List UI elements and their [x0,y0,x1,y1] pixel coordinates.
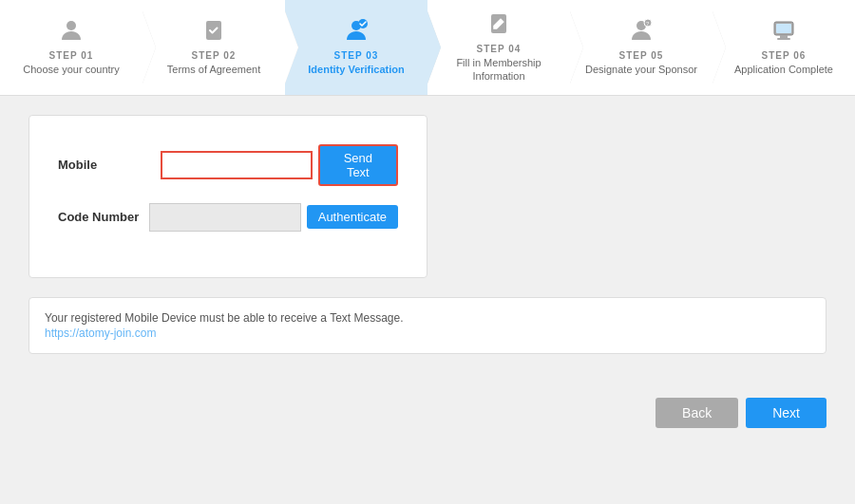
form-card: Mobile Send Text Code Number Authenticat… [28,115,428,278]
step01-icon [59,18,84,47]
authenticate-button[interactable]: Authenticate [307,205,398,229]
info-message: Your registered Mobile Device must be ab… [45,311,810,325]
step-item-01[interactable]: STEP 01 Choose your country [0,0,142,95]
step06-icon [771,18,796,47]
step01-label: Choose your country [23,63,120,76]
step-item-02[interactable]: STEP 02 Terms of Agreement [142,0,285,95]
svg-point-0 [66,21,76,30]
step03-number: STEP 03 [334,50,379,61]
mobile-input[interactable] [161,151,313,179]
step05-label: Designate your Sponsor [585,63,697,76]
step-item-03[interactable]: STEP 03 Identity Verification [285,0,428,95]
code-row: Code Number Authenticate [58,203,398,232]
main-content: Mobile Send Text Code Number Authenticat… [0,96,855,388]
mobile-row: Mobile Send Text [58,144,398,186]
step05-number: STEP 05 [619,50,664,61]
step05-icon: ? [629,18,654,47]
send-text-button[interactable]: Send Text [318,144,398,186]
code-input[interactable] [149,203,301,232]
mobile-label: Mobile [58,158,161,172]
next-button[interactable]: Next [746,398,826,428]
step06-label: Application Complete [734,63,833,76]
step03-icon [344,18,369,47]
step-bar: STEP 01 Choose your country STEP 02 Term… [0,0,855,96]
step02-number: STEP 02 [192,50,237,61]
step-item-05[interactable]: ? STEP 05 Designate your Sponsor [570,0,712,95]
watermark: https://atomy-join.com [45,327,810,340]
back-button[interactable]: Back [656,398,738,428]
bottom-bar: Back Next [0,388,855,438]
step04-icon [486,11,511,40]
step02-label: Terms of Agreement [167,63,260,76]
step04-label: Fill in Membership Information [431,56,566,84]
step02-icon [201,18,226,47]
code-label: Code Number [58,210,149,224]
step-item-06[interactable]: STEP 06 Application Complete [712,0,855,95]
step04-number: STEP 04 [477,44,522,54]
svg-rect-10 [780,35,788,38]
svg-rect-12 [776,24,791,33]
step03-label: Identity Verification [308,63,404,76]
svg-rect-11 [777,38,790,40]
info-bar: Your registered Mobile Device must be ab… [28,297,826,354]
step-item-04[interactable]: STEP 04 Fill in Membership Information [428,0,570,95]
step01-number: STEP 01 [49,50,94,61]
step06-number: STEP 06 [762,50,807,61]
